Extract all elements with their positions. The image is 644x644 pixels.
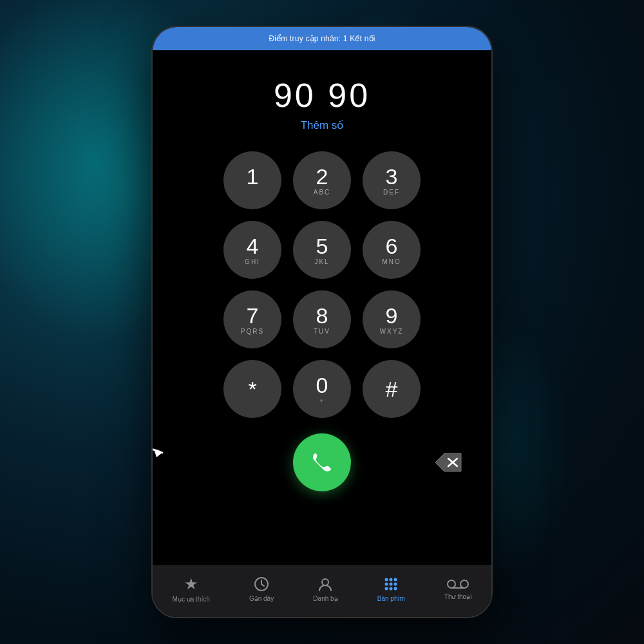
key-1-num: 1: [247, 166, 259, 187]
phone-frame: Điểm truy cập nhân: 1 Kết nối 90 90 Thêm…: [151, 26, 493, 618]
svg-point-9: [394, 578, 397, 582]
key-hash-num: #: [386, 378, 398, 400]
tab-keypad[interactable]: Bàn phím: [377, 576, 405, 602]
key-star[interactable]: *: [223, 360, 281, 418]
key-5-num: 5: [316, 235, 328, 257]
tab-keypad-label: Bàn phím: [377, 595, 405, 602]
status-bar-text: Điểm truy cập nhân: 1 Kết nối: [269, 34, 375, 43]
key-5-letters: JKL: [314, 258, 329, 265]
status-bar: Điểm truy cập nhân: 1 Kết nối: [153, 27, 491, 50]
key-9-letters: WXYZ: [380, 328, 404, 335]
svg-point-12: [394, 583, 397, 586]
tab-contacts[interactable]: Danh bạ: [313, 576, 337, 602]
tab-favorites-label: Mục ưa thích: [173, 596, 210, 603]
key-4[interactable]: 4 GHI: [223, 221, 281, 279]
key-3-num: 3: [386, 166, 398, 187]
key-0[interactable]: 0 +: [293, 360, 351, 418]
phone-number-display: 90 90: [274, 76, 370, 115]
svg-line-5: [261, 584, 264, 586]
key-0-letters: +: [319, 397, 325, 404]
key-7-letters: PQRS: [241, 328, 264, 335]
key-7-num: 7: [247, 305, 259, 327]
tab-recents-label: Gần đây: [249, 595, 274, 602]
key-3-letters: DEF: [383, 189, 400, 196]
key-hash[interactable]: #: [363, 360, 421, 418]
key-1[interactable]: 1: [223, 151, 281, 209]
key-5[interactable]: 5 JKL: [293, 221, 351, 279]
key-1-letters: [251, 189, 254, 196]
tab-bar: ★ Mục ưa thích Gần đây Danh bạ: [153, 565, 491, 617]
key-9-num: 9: [386, 305, 398, 327]
svg-point-6: [322, 579, 328, 585]
svg-point-16: [448, 580, 455, 588]
key-6[interactable]: 6 MNO: [363, 221, 421, 279]
svg-point-15: [394, 587, 397, 591]
key-4-letters: GHI: [245, 258, 260, 265]
key-9[interactable]: 9 WXYZ: [363, 290, 421, 348]
svg-point-11: [390, 583, 393, 586]
backspace-button[interactable]: [430, 445, 466, 480]
key-6-num: 6: [386, 235, 398, 257]
add-number-link[interactable]: Thêm số: [301, 118, 344, 132]
call-button[interactable]: [293, 433, 351, 491]
key-2-num: 2: [316, 166, 328, 187]
key-2-letters: ABC: [314, 189, 331, 196]
svg-point-13: [385, 587, 388, 591]
phone-icon: [310, 450, 334, 475]
svg-point-7: [385, 578, 388, 582]
tab-voicemail-label: Thư thoại: [444, 593, 472, 600]
bottom-action-row: [153, 433, 491, 491]
tab-contacts-label: Danh bạ: [313, 595, 337, 602]
key-star-num: *: [248, 378, 256, 400]
keypad: 1 2 ABC 3 DEF 4 GHI 5 JKL 6 MNO: [223, 151, 421, 418]
tab-recents[interactable]: Gần đây: [249, 576, 274, 602]
key-8-letters: TUV: [314, 328, 330, 335]
svg-point-10: [385, 583, 388, 586]
dialer-screen: 90 90 Thêm số 1 2 ABC 3 DEF 4 GHI: [153, 50, 491, 565]
key-6-letters: MNO: [382, 258, 401, 265]
svg-point-14: [390, 587, 393, 591]
recents-icon: [253, 576, 270, 592]
svg-point-8: [390, 578, 393, 582]
key-0-num: 0: [316, 374, 328, 396]
key-4-num: 4: [247, 235, 259, 257]
arrow-indicator: [151, 433, 178, 472]
contacts-icon: [317, 576, 334, 592]
keypad-icon: [383, 576, 399, 592]
key-8-num: 8: [316, 305, 328, 327]
key-3[interactable]: 3 DEF: [363, 151, 421, 209]
tab-voicemail[interactable]: Thư thoại: [444, 578, 472, 600]
svg-point-17: [460, 580, 468, 588]
tab-favorites[interactable]: ★ Mục ưa thích: [173, 575, 210, 603]
key-7[interactable]: 7 PQRS: [223, 290, 281, 348]
voicemail-icon: [447, 578, 469, 591]
backspace-icon: [434, 452, 462, 473]
favorites-icon: ★: [184, 575, 198, 593]
key-2[interactable]: 2 ABC: [293, 151, 351, 209]
key-8[interactable]: 8 TUV: [293, 290, 351, 348]
